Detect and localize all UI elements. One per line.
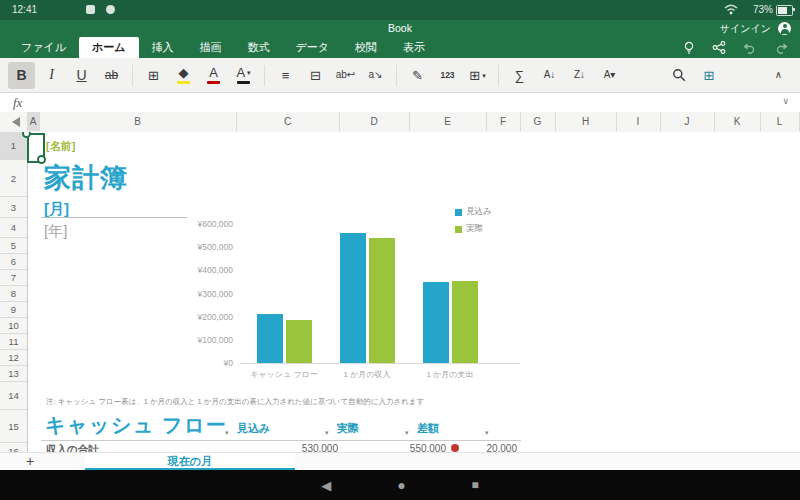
ribbon-tab-校閲[interactable]: 校閲	[342, 37, 390, 58]
column-header-G[interactable]: G	[520, 112, 556, 131]
font-color-dropdown[interactable]: A▾	[230, 62, 257, 89]
column-header-F[interactable]: F	[486, 112, 521, 131]
column-header-actual[interactable]: 実際	[337, 421, 359, 436]
column-header-estimate[interactable]: 見込み	[237, 421, 270, 436]
cashflow-table-title[interactable]: キャッシュ フロー	[45, 412, 227, 439]
column-header-difference[interactable]: 差額	[417, 421, 439, 436]
column-header-C[interactable]: C	[236, 112, 340, 131]
column-header-D[interactable]: D	[339, 112, 410, 131]
sign-in-button[interactable]: サインイン	[720, 20, 771, 37]
x-axis-line	[240, 363, 520, 364]
legend-item-実際[interactable]: 実際	[455, 223, 483, 235]
wrap-text-icon[interactable]: ab↩	[332, 62, 359, 89]
account-avatar-icon[interactable]	[778, 22, 791, 35]
recents-icon[interactable]: ■	[472, 478, 479, 492]
column-header-J[interactable]: J	[660, 112, 715, 131]
home-icon[interactable]: ●	[397, 477, 405, 493]
y-axis-tick: ¥600,000	[173, 219, 233, 229]
align-icon[interactable]: ≡	[272, 62, 299, 89]
toolbar-separator	[498, 65, 499, 86]
sort-descending-icon[interactable]: Z↓	[566, 62, 593, 89]
ribbon-tab-数式[interactable]: 数式	[235, 37, 283, 58]
ribbon-tab-ファイル[interactable]: ファイル	[8, 37, 79, 58]
app-title-bar: Book サインイン	[0, 20, 800, 37]
bold-icon[interactable]: B	[8, 62, 35, 89]
wifi-icon	[724, 4, 738, 15]
shrink-text-icon[interactable]: a↘	[362, 62, 389, 89]
formula-bar-expand-icon[interactable]: ∨	[782, 96, 789, 106]
android-status-bar: 12:41 73%	[0, 0, 800, 20]
y-axis-tick: ¥100,000	[173, 335, 233, 345]
ribbon-tab-描画[interactable]: 描画	[187, 37, 235, 58]
ribbon-tab-ホーム[interactable]: ホーム	[79, 37, 139, 58]
column-header-row: ABCDEFGHIJKL	[0, 112, 800, 133]
x-axis-label: 1 か月の支出	[402, 369, 498, 380]
ribbon-tab-表示[interactable]: 表示	[390, 37, 438, 58]
undo-icon[interactable]	[743, 42, 757, 54]
notification-icon	[86, 5, 95, 14]
worksheet-area[interactable]: 12345678910111213141516 [名前] 家計簿 [月] [年]…	[0, 132, 800, 452]
lightbulb-icon[interactable]	[683, 41, 695, 55]
value-estimate[interactable]: 530,000	[258, 443, 338, 452]
bar-実際-キャッシュ フロー[interactable]	[286, 320, 312, 363]
fill-color-icon[interactable]: ◆	[170, 62, 197, 89]
redo-icon[interactable]	[774, 42, 788, 54]
y-axis-tick: ¥0	[173, 358, 233, 368]
column-header-E[interactable]: E	[409, 112, 487, 131]
italic-icon[interactable]: I	[38, 62, 65, 89]
home-ribbon-toolbar: BIUab⊞◆AA▾≡⊟ab↩a↘✎123⊞▾∑A↓Z↓A▾⊞∧	[0, 58, 800, 93]
comment-icon[interactable]: ✎	[404, 62, 431, 89]
filter-icon[interactable]: A▾	[596, 62, 623, 89]
alarm-icon	[106, 5, 115, 14]
bar-見込み-1 か月の収入[interactable]	[340, 233, 366, 363]
column-header-K[interactable]: K	[714, 112, 761, 131]
toolbar-separator	[132, 65, 133, 86]
toolbar-separator	[396, 65, 397, 86]
legend-item-見込み[interactable]: 見込み	[455, 206, 492, 218]
document-title: Book	[0, 20, 800, 37]
font-color-icon[interactable]: A	[200, 62, 227, 89]
value-actual[interactable]: 550,000	[366, 443, 446, 452]
column-header-L[interactable]: L	[760, 112, 800, 131]
column-header-H[interactable]: H	[555, 112, 617, 131]
sort-ascending-icon[interactable]: A↓	[536, 62, 563, 89]
select-all-icon	[12, 117, 20, 127]
y-axis-tick: ¥500,000	[173, 242, 233, 252]
cell-style-icon[interactable]: ⊞▾	[464, 62, 491, 89]
fx-icon: fx	[13, 95, 22, 111]
legend-swatch-icon	[455, 226, 462, 233]
column-header-B[interactable]: B	[39, 112, 237, 131]
autosum-icon[interactable]: ∑	[506, 62, 533, 89]
sheet-tab-bar: + 現在の月	[0, 452, 800, 471]
filter-dropdown-icon[interactable]: ▾	[485, 429, 489, 437]
add-sheet-button[interactable]: +	[26, 453, 34, 470]
filter-dropdown-icon[interactable]: ▾	[225, 429, 229, 437]
filter-dropdown-icon[interactable]: ▾	[325, 429, 329, 437]
table-header-underline	[41, 440, 521, 441]
number-format-icon[interactable]: 123	[434, 62, 461, 89]
filter-dropdown-icon[interactable]: ▾	[405, 429, 409, 437]
bar-実際-1 か月の収入[interactable]	[369, 238, 395, 363]
search-icon[interactable]	[666, 62, 693, 89]
bar-見込み-キャッシュ フロー[interactable]	[257, 314, 283, 363]
select-all-corner[interactable]	[0, 112, 28, 131]
x-axis-label: 1 か月の収入	[319, 369, 415, 380]
table-grid-icon[interactable]: ⊞	[696, 62, 723, 89]
ribbon-tab-データ[interactable]: データ	[283, 37, 343, 58]
ribbon-tab-挿入[interactable]: 挿入	[139, 37, 187, 58]
collapse-ribbon-icon[interactable]: ∧	[765, 62, 792, 89]
merge-cells-icon[interactable]: ⊟	[302, 62, 329, 89]
borders-icon[interactable]: ⊞	[140, 62, 167, 89]
row-label-income-total[interactable]: 収入の合計	[46, 443, 99, 452]
excel-android-app: 12:41 73% Book サインイン ファイルホーム挿入描画数式データ校閲表…	[0, 0, 800, 500]
strikethrough-icon[interactable]: ab	[98, 62, 125, 89]
x-axis-label: キャッシュ フロー	[236, 369, 332, 380]
formula-bar[interactable]: fx ∨	[0, 93, 800, 113]
bar-実際-1 か月の支出[interactable]	[452, 281, 478, 363]
column-header-I[interactable]: I	[616, 112, 661, 131]
underline-icon[interactable]: U	[68, 62, 95, 89]
back-icon[interactable]: ◀	[321, 478, 331, 493]
bar-見込み-1 か月の支出[interactable]	[423, 282, 449, 363]
share-icon[interactable]	[712, 41, 726, 54]
value-difference[interactable]: 20,000	[437, 443, 517, 452]
